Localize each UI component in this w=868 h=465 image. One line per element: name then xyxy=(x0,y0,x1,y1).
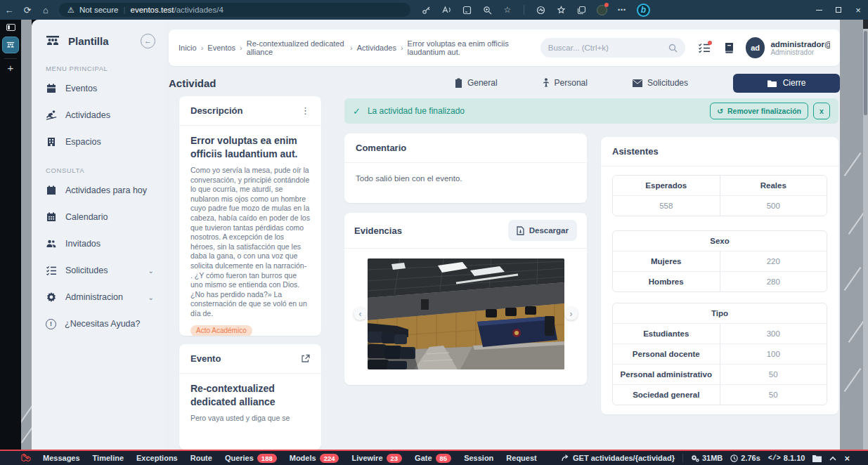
descargar-button[interactable]: Descargar xyxy=(508,220,577,241)
scrollbar-thumb[interactable] xyxy=(864,31,867,115)
active-tab-tile[interactable] xyxy=(2,37,19,53)
sexo-table: Sexo Mujeres 220 Hombres 280 xyxy=(612,230,827,292)
bing-copilot-icon[interactable]: b xyxy=(637,4,650,17)
minimize-button[interactable] xyxy=(809,0,829,20)
laravel-debugbar: Messages Timeline Exceptions Route Queri… xyxy=(0,450,868,465)
sidebar-item-actividades-hoy[interactable]: Actividades para hoy xyxy=(32,177,165,204)
folder-toggle-icon[interactable] xyxy=(812,454,822,462)
laravel-icon[interactable] xyxy=(21,453,31,463)
debugbar-tab-gate[interactable]: Gate85 xyxy=(408,451,458,465)
search-input[interactable] xyxy=(548,44,663,52)
search-box[interactable] xyxy=(540,38,685,58)
activity-description: Como yo servía la mesa, pude oír la conv… xyxy=(190,166,310,319)
card-title: Asistentes xyxy=(612,146,827,157)
notifications-icon[interactable] xyxy=(698,42,711,53)
read-aloud-icon[interactable] xyxy=(441,4,452,15)
extension-icon[interactable] xyxy=(596,4,607,15)
debugbar-tab-request[interactable]: Request xyxy=(500,451,543,465)
envelope-icon xyxy=(633,79,642,87)
livewire-count-badge: 23 xyxy=(387,454,403,463)
chevron-down-icon: ⌄ xyxy=(148,294,154,301)
reales-value: 500 xyxy=(720,196,827,216)
back-icon[interactable]: ← xyxy=(0,5,18,15)
tab-cierre[interactable]: Cierre xyxy=(733,74,840,93)
request-time: 2.76s xyxy=(730,454,760,462)
search-icon xyxy=(668,44,678,53)
refresh-icon[interactable]: ⟳ xyxy=(18,5,37,15)
asistentes-card: Asistentes Esperados Reales 558 500 Sexo… xyxy=(601,137,838,414)
sidebar-item-eventos[interactable]: Eventos xyxy=(32,75,165,102)
sidebar-item-espacios[interactable]: Espacios xyxy=(32,129,165,155)
sidebar-item-ayuda[interactable]: ! ¿Necesitas Ayuda? xyxy=(32,310,165,337)
esperados-reales-table: Esperados Reales 558 500 xyxy=(612,175,827,216)
carousel-prev-icon[interactable]: ‹ xyxy=(354,307,367,320)
debugbar-tab-messages[interactable]: Messages xyxy=(37,451,86,465)
models-count-badge: 224 xyxy=(320,454,339,463)
code-icon: </> xyxy=(768,454,781,462)
scrollbar-up-icon[interactable] xyxy=(863,20,868,29)
sidebar-item-actividades[interactable]: Actividades xyxy=(32,102,165,129)
breadcrumb-eventos[interactable]: Eventos xyxy=(207,44,235,53)
debugbar-tab-models[interactable]: Models224 xyxy=(283,451,346,465)
home-icon[interactable]: ⌂ xyxy=(37,5,55,15)
debugbar-tab-livewire[interactable]: Livewire23 xyxy=(345,451,408,465)
breadcrumb-evento-nombre[interactable]: Re-contextualized dedicated alliance xyxy=(247,39,346,57)
row-label: Personal administrativo xyxy=(613,365,720,384)
sidebar-item-invitados[interactable]: Invitados xyxy=(32,230,165,257)
avatar[interactable]: ad xyxy=(746,37,765,58)
browser-menu-icon[interactable]: ⋯ xyxy=(616,4,628,15)
row-value: 220 xyxy=(720,251,827,271)
browser-essentials-icon[interactable] xyxy=(535,4,546,15)
tipo-table: Tipo Estudiantes 300 Personal docente 10… xyxy=(612,303,827,405)
kebab-menu-icon[interactable]: ⋮ xyxy=(301,105,310,116)
menu-section-label: MENU PRINCIPAL xyxy=(32,53,165,75)
page-scrollbar[interactable] xyxy=(863,20,868,450)
activity-title: Error voluptas ea enim officiis laudanti… xyxy=(190,134,310,161)
zoom-icon[interactable] xyxy=(481,4,493,15)
sidebar-item-administracion[interactable]: Administracion ⌄ xyxy=(32,284,165,310)
password-icon[interactable] xyxy=(420,4,432,15)
tab-general[interactable]: General xyxy=(455,78,498,88)
tab-layout-icon[interactable] xyxy=(6,24,15,31)
external-link-icon[interactable] xyxy=(301,354,310,363)
close-button[interactable]: × xyxy=(848,0,868,20)
sidebar-item-solicitudes[interactable]: Solicitudes ⌄ xyxy=(32,257,165,284)
file-download-icon xyxy=(517,226,524,235)
users-icon xyxy=(46,238,57,249)
building-icon xyxy=(46,136,57,148)
alert-close-button[interactable]: x xyxy=(813,103,830,119)
breadcrumb: Inicio › Eventos › Re-contextualized ded… xyxy=(179,39,531,57)
chevron-down-icon: ⌄ xyxy=(148,267,154,275)
collections-icon[interactable] xyxy=(576,4,587,15)
address-bar[interactable]: ⚠ Not secure | eventos.test/actividades/… xyxy=(59,3,410,17)
docs-book-icon[interactable] xyxy=(723,42,734,54)
debugbar-tab-route[interactable]: Route xyxy=(184,451,219,465)
breadcrumb-actividades[interactable]: Actividades xyxy=(357,44,396,53)
carousel-next-icon[interactable]: › xyxy=(564,307,578,320)
new-tab-button[interactable]: + xyxy=(8,62,14,74)
sidebar-item-calendario[interactable]: Calendario xyxy=(32,204,165,230)
breadcrumb-actividad-nombre[interactable]: Error voluptas ea enim officiis laudanti… xyxy=(408,39,531,57)
user-menu[interactable]: administrador@... Administrador xyxy=(770,40,830,56)
favorites-add-icon[interactable]: ☆ xyxy=(502,4,513,15)
restore-button[interactable] xyxy=(829,0,848,20)
sidebar-collapse-button[interactable]: ← xyxy=(141,34,155,48)
close-debugbar-icon[interactable]: × xyxy=(844,453,850,464)
debugbar-tab-exceptions[interactable]: Exceptions xyxy=(130,451,184,465)
tab-actions-icon[interactable] xyxy=(461,4,472,15)
debugbar-tab-timeline[interactable]: Timeline xyxy=(86,451,130,465)
remover-finalizacion-button[interactable]: ↺ Remover finalización xyxy=(710,103,808,119)
favorites-bar-icon[interactable] xyxy=(555,4,566,15)
expand-debugbar-icon[interactable] xyxy=(829,456,836,461)
gear-icon xyxy=(46,292,57,303)
evento-title: Re-contextualized dedicated alliance xyxy=(190,382,310,409)
debugbar-tab-queries[interactable]: Queries188 xyxy=(219,451,283,465)
breadcrumb-inicio[interactable]: Inicio xyxy=(179,44,197,53)
debugbar-tab-session[interactable]: Session xyxy=(458,451,500,465)
tab-personal[interactable]: Personal xyxy=(543,78,588,88)
comentario-card: Comentario Todo salió bien con el evento… xyxy=(344,133,587,203)
php-version: </> 8.1.10 xyxy=(768,454,805,462)
tab-solicitudes[interactable]: Solicitudes xyxy=(633,78,688,88)
esperados-value: 558 xyxy=(613,196,720,216)
evento-card: Evento Re-contextualized dedicated allia… xyxy=(179,344,321,450)
